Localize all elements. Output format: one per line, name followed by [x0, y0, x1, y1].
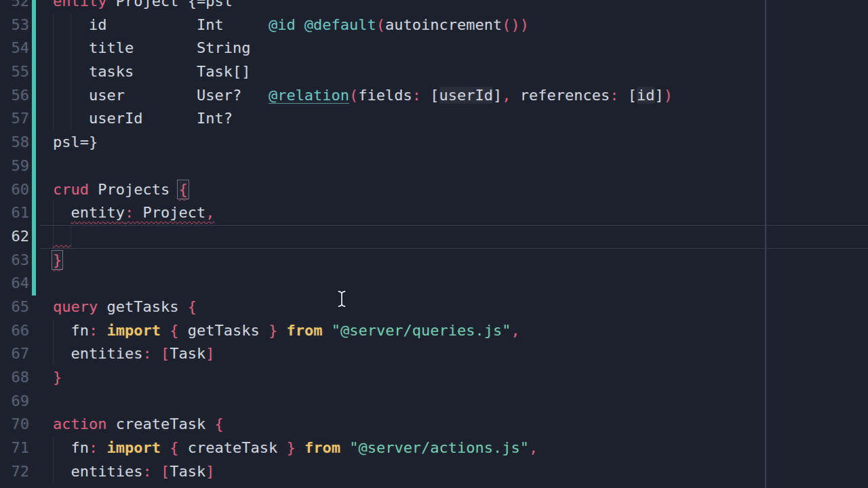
line-number: 72 [0, 460, 41, 484]
code-line[interactable]: 72 entities: [Task] [0, 460, 868, 484]
code-line[interactable]: 53 id Int @id @default(autoincrement()) [0, 14, 868, 37]
code-line[interactable]: 56 user User? @relation(fields: [userId]… [0, 84, 868, 108]
code-text[interactable]: userId Int? [41, 107, 233, 131]
code-line[interactable]: 60crud Projects { [0, 178, 868, 202]
code-text[interactable]: user User? @relation(fields: [userId], r… [41, 84, 673, 108]
line-number: 66 [0, 319, 41, 343]
code-text[interactable]: title String [41, 37, 250, 60]
code-line[interactable]: 71 fn: import { createTask } from "@serv… [0, 436, 868, 460]
code-text[interactable]: psl=} [41, 131, 98, 155]
code-text[interactable]: entities: [Task] [41, 460, 214, 484]
code-line[interactable]: 52entity Project {=psl [0, 0, 868, 14]
code-line[interactable]: 61 entity: Project, [0, 201, 868, 225]
code-line[interactable]: 69 [0, 390, 868, 413]
code-text[interactable]: tasks Task[] [41, 60, 250, 84]
code-text[interactable]: entities: [Task] [41, 342, 214, 366]
line-number: 70 [0, 413, 41, 436]
code-line[interactable]: 55 tasks Task[] [0, 60, 868, 84]
code-text[interactable]: query getTasks { [41, 296, 197, 319]
code-text[interactable]: fn: import { createTask } from "@server/… [41, 436, 538, 460]
code-line[interactable]: 58psl=} [0, 131, 868, 155]
line-number: 71 [0, 436, 41, 460]
code-line[interactable]: 54 title String [0, 37, 868, 60]
code-line[interactable]: 59 [0, 155, 868, 178]
line-number: 68 [0, 366, 41, 390]
code-line[interactable]: 64 [0, 272, 868, 296]
code-text[interactable] [41, 225, 71, 249]
code-line[interactable]: 73} [0, 483, 868, 488]
line-number: 73 [0, 483, 41, 488]
code-text[interactable]: } [41, 366, 62, 390]
code-text[interactable] [41, 390, 53, 413]
code-line[interactable]: 70action createTask { [0, 413, 868, 436]
line-number: 65 [0, 296, 41, 319]
code-line[interactable]: 63} [0, 249, 868, 272]
code-text[interactable]: } [41, 483, 62, 488]
code-text[interactable]: crud Projects { [41, 178, 188, 202]
code-text[interactable]: fn: import { getTasks } from "@server/qu… [41, 319, 520, 343]
code-line[interactable]: 68} [0, 366, 868, 390]
code-text[interactable] [41, 155, 53, 178]
line-number: 69 [0, 390, 41, 413]
code-text[interactable] [41, 272, 53, 296]
code-line[interactable]: 62 [0, 225, 868, 249]
code-text[interactable]: entity: Project, [41, 201, 214, 225]
code-text[interactable]: action createTask { [41, 413, 224, 436]
line-number: 67 [0, 342, 41, 366]
code-editor[interactable]: 52entity Project {=psl53 id Int @id @def… [0, 0, 868, 488]
code-line[interactable]: 66 fn: import { getTasks } from "@server… [0, 319, 868, 343]
code-line[interactable]: 65query getTasks { [0, 296, 868, 319]
git-modified-gutter-indicator[interactable] [32, 0, 36, 296]
code-line[interactable]: 57 userId Int? [0, 107, 868, 131]
code-text[interactable]: } [41, 249, 62, 272]
ibeam-mouse-cursor [336, 290, 347, 310]
code-text[interactable]: entity Project {=psl [41, 0, 233, 14]
code-text[interactable]: id Int @id @default(autoincrement()) [41, 14, 529, 37]
code-line[interactable]: 67 entities: [Task] [0, 342, 868, 366]
